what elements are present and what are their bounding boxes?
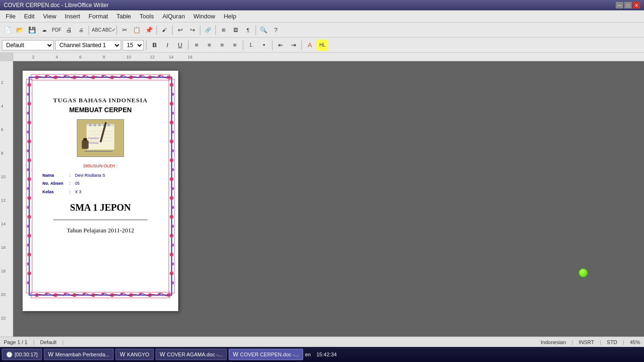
vruler-6: 6 <box>1 127 3 132</box>
minimize-button[interactable]: ─ <box>616 2 623 8</box>
align-left-button[interactable]: ≡ <box>191 40 202 51</box>
taskbar-kangyo[interactable]: W KANGYO <box>116 349 153 360</box>
align-right-button[interactable]: ≡ <box>216 40 228 51</box>
maximize-button[interactable]: □ <box>624 2 632 8</box>
task-agama-label: COVER AGAMA.doc -... <box>167 352 223 357</box>
vruler-8: 8 <box>1 151 3 156</box>
save-remote-button[interactable]: ☁ <box>39 25 50 36</box>
page-title1: TUGAS BAHASA INDONESIA <box>53 97 148 104</box>
find-button[interactable]: 🔍 <box>258 25 269 36</box>
menu-view[interactable]: View <box>39 12 60 21</box>
page-title2: MEMBUAT CERPEN <box>69 106 132 114</box>
clone-format-button[interactable]: 🖌 <box>159 25 170 36</box>
font-color-button[interactable]: A <box>304 40 315 51</box>
svg-point-82 <box>89 124 91 126</box>
menu-bar: File Edit View Insert Format Table Tools… <box>0 10 644 23</box>
align-center-button[interactable]: ≡ <box>204 40 215 51</box>
paragraph-marks-button[interactable]: ¶ <box>242 25 254 36</box>
task-kangyo-label: KANGYO <box>127 352 149 357</box>
h-line <box>53 220 148 220</box>
hyperlink-button[interactable]: 🔗 <box>202 25 214 36</box>
menu-window[interactable]: Window <box>190 12 219 21</box>
menu-insert[interactable]: Insert <box>61 12 84 21</box>
taskbar-cerpen[interactable]: W COVER CERPEN.doc -... <box>229 349 303 360</box>
underline-button[interactable]: U <box>174 40 186 51</box>
info-sep-kelas: : <box>69 189 74 196</box>
font-name-select[interactable]: Channel Slanted 1 <box>55 40 121 50</box>
paragraph-style-select[interactable]: Default <box>2 40 54 50</box>
taskbar-perbenda[interactable]: W Menambah Perbenda... <box>44 349 114 360</box>
document-area[interactable]: TUGAS BAHASA INDONESIA MEMBUAT CERPEN <box>13 61 644 337</box>
table-row: Kelas : X 3 <box>42 189 158 196</box>
save-button[interactable]: 💾 <box>26 25 38 36</box>
spellcheck-button[interactable]: ABC <box>91 25 102 36</box>
ruler-area: 2 4 6 8 10 12 14 16 <box>0 53 644 61</box>
numbering-button[interactable]: 1. <box>246 40 257 51</box>
status-bar: Page 1 / 1 | Default | Indonesian | INSR… <box>0 337 644 347</box>
ruler-corner <box>0 53 13 61</box>
svg-point-78 <box>171 281 174 284</box>
table-row: No. Absen : 05 <box>42 180 158 187</box>
svg-rect-93 <box>83 138 87 141</box>
school-name: SMA 1 JEPON <box>70 202 131 213</box>
separator9 <box>188 41 189 50</box>
writer-icon-1: W <box>48 351 53 358</box>
menu-tools[interactable]: Tools <box>136 12 157 21</box>
align-justify-button[interactable]: ≡ <box>229 40 240 51</box>
increase-indent-button[interactable]: ⇥ <box>288 40 299 51</box>
italic-button[interactable]: I <box>162 40 173 51</box>
menu-file[interactable]: File <box>2 12 19 21</box>
menu-table[interactable]: Table <box>113 12 135 21</box>
taskbar: 🕐 [00:30:17] W Menambah Perbenda... W KA… <box>0 347 644 362</box>
menu-help[interactable]: Help <box>220 12 240 21</box>
cut-button[interactable]: ✂ <box>119 25 130 36</box>
export-pdf-button[interactable]: PDF <box>51 25 62 36</box>
spellcheck2-button[interactable]: ABC✓ <box>103 25 115 36</box>
font-size-select[interactable]: 15 <box>123 40 144 50</box>
svg-rect-92 <box>82 140 89 149</box>
separator11 <box>272 41 272 50</box>
title-bar: COVER CERPEN.doc - LibreOffice Writer ─ … <box>0 0 644 10</box>
info-value-kelas: X 3 <box>75 189 158 196</box>
highlight-button[interactable]: HL <box>317 40 328 51</box>
info-table: Nama : Devi Risdiana S No. Absen : 05 Ke… <box>41 171 159 197</box>
taskbar-agama[interactable]: W COVER AGAMA.doc -... <box>156 349 227 360</box>
taskbar-tray: en 15:42:34 <box>305 352 340 357</box>
creative-writing-image: Creative Writing <box>77 119 124 157</box>
taskbar-time[interactable]: 🕐 [00:30:17] <box>2 349 42 360</box>
page-count: Page 1 / 1 <box>4 339 27 345</box>
separator10 <box>243 41 243 50</box>
menu-edit[interactable]: Edit <box>20 12 38 21</box>
menu-format[interactable]: Format <box>85 12 112 21</box>
separator4 <box>172 25 173 35</box>
bold-button[interactable]: B <box>149 40 160 51</box>
green-indicator <box>579 269 587 277</box>
open-button[interactable]: 📂 <box>14 25 25 36</box>
table-button[interactable]: ⊞ <box>218 25 229 36</box>
redo-button[interactable]: ↪ <box>187 25 198 36</box>
svg-point-70 <box>171 206 174 209</box>
new-button[interactable]: 📄 <box>2 25 13 36</box>
year-text: Tahun Pelajaran 2011-2012 <box>66 227 134 234</box>
print-button[interactable]: 🖨 <box>75 25 87 36</box>
horizontal-ruler: 2 4 6 8 10 12 14 16 <box>13 53 644 61</box>
help-button[interactable]: ? <box>270 25 281 36</box>
copy-button[interactable]: 📋 <box>131 25 142 36</box>
svg-point-60 <box>171 112 174 115</box>
toolbar-formatting: Default Channel Slanted 1 15 B I U ≡ ≡ ≡… <box>0 38 644 53</box>
svg-point-84 <box>99 124 100 126</box>
menu-alquran[interactable]: AlQuran <box>158 12 189 21</box>
image-svg: Creative Writing <box>77 119 124 157</box>
tray-lang: en <box>305 352 311 357</box>
status-sep4: | <box>600 339 601 345</box>
bullets-button[interactable]: • <box>258 40 270 51</box>
print-preview-button[interactable]: 🖨 <box>63 25 74 36</box>
vruler-12: 12 <box>1 198 6 203</box>
close-button[interactable]: ✕ <box>633 2 640 8</box>
undo-button[interactable]: ↩ <box>174 25 186 36</box>
toolbar-standard: 📄 📂 💾 ☁ PDF 🖨 🖨 ABC ABC✓ ✂ 📋 📌 🖌 ↩ ↪ 🔗 ⊞… <box>0 23 644 38</box>
insert-image-button[interactable]: 🖼 <box>230 25 241 36</box>
svg-point-86 <box>108 124 110 126</box>
decrease-indent-button[interactable]: ⇤ <box>275 40 286 51</box>
paste-button[interactable]: 📌 <box>143 25 155 36</box>
